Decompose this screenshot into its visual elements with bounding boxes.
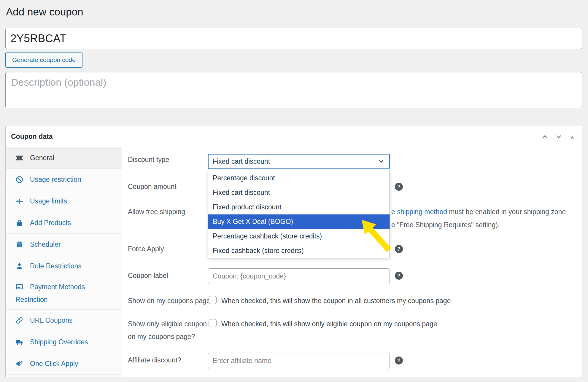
option-fixed-product-discount[interactable]: Fixed product discount xyxy=(208,200,390,214)
show-on-coupons-page-label: Show on my coupons page? xyxy=(128,297,214,305)
description-textarea[interactable] xyxy=(5,72,582,108)
show-on-coupons-page-description: When checked, this will show the coupon … xyxy=(221,297,451,305)
allow-free-shipping-label: Allow free shipping xyxy=(128,208,185,216)
free-shipping-helper-line1: e shipping method must be enabled in you… xyxy=(391,208,566,216)
ban-icon xyxy=(15,176,23,184)
generate-coupon-code-button[interactable]: Generate coupon code xyxy=(5,52,82,68)
show-only-eligible-label-line2: on my coupons page? xyxy=(128,333,195,340)
coupon-label-label: Coupon label xyxy=(128,272,168,279)
option-fixed-cashback[interactable]: Fixed cashback (store credits) xyxy=(208,243,390,258)
person-icon xyxy=(15,262,23,270)
link-icon xyxy=(15,316,23,324)
tab-role-restrictions[interactable]: Role Restrictions xyxy=(6,255,122,277)
show-only-eligible-checkbox[interactable] xyxy=(209,319,217,327)
affiliate-name-input[interactable] xyxy=(208,353,390,369)
coupon-data-title: Coupon data xyxy=(11,133,53,141)
tab-label: Scheduler xyxy=(30,241,61,249)
coupon-data-tabs: General Usage restriction Usage limits A… xyxy=(6,147,122,377)
tab-label: Usage limits xyxy=(30,197,67,205)
option-fixed-cart-discount[interactable]: Fixed cart discount xyxy=(208,185,390,200)
tab-scheduler[interactable]: Scheduler xyxy=(6,234,122,255)
coupon-amount-help-icon[interactable]: ? xyxy=(395,183,403,191)
tab-label: Payment Methods Restriction xyxy=(15,283,85,303)
page-title: Add new coupon xyxy=(6,6,83,18)
option-bogo-deal[interactable]: Buy X Get X Deal (BOGO) xyxy=(208,214,390,229)
show-on-coupons-page-checkbox[interactable] xyxy=(209,296,217,304)
force-apply-label: Force Apply xyxy=(128,245,164,253)
selected-discount-type: Fixed cart discount xyxy=(213,157,377,165)
coupon-data-header: Coupon data ▲ xyxy=(6,126,582,147)
discount-type-dropdown: Percentage discount Fixed cart discount … xyxy=(208,170,390,258)
credit-card-icon xyxy=(15,282,23,290)
option-percentage-cashback[interactable]: Percentage cashback (store credits) xyxy=(208,229,390,243)
tab-url-coupons[interactable]: URL Coupons xyxy=(6,310,122,331)
affiliate-help-icon[interactable]: ? xyxy=(395,356,403,365)
coupon-code-input[interactable] xyxy=(5,28,582,49)
chevron-down-icon xyxy=(377,157,385,166)
tab-payment-methods-restriction[interactable]: Payment Methods Restriction xyxy=(6,277,122,310)
coupon-data-panel: Coupon data ▲ General xyxy=(5,126,582,377)
coupon-amount-label: Coupon amount xyxy=(128,183,177,190)
calendar-icon xyxy=(15,241,23,249)
tab-add-products[interactable]: Add Products xyxy=(6,212,122,234)
tab-label: Add Products xyxy=(30,219,71,227)
shopping-bag-icon xyxy=(15,219,23,227)
tab-usage-limits[interactable]: Usage limits xyxy=(6,190,122,212)
discount-type-label: Discount type xyxy=(128,156,169,163)
megaphone-icon xyxy=(15,360,23,368)
coupon-label-help-icon[interactable]: ? xyxy=(395,272,403,280)
collapse-toggle-icon[interactable]: ▲ xyxy=(568,133,576,141)
ticket-icon xyxy=(15,154,23,162)
affiliate-discount-label: Affiliate discount? xyxy=(128,356,181,364)
shipping-method-link[interactable]: e shipping method xyxy=(391,208,447,216)
option-percentage-discount[interactable]: Percentage discount xyxy=(208,171,390,185)
free-shipping-helper-line2: e "Free Shipping Requires" setting). xyxy=(391,221,500,229)
move-down-icon[interactable] xyxy=(555,133,562,141)
tab-one-click-apply[interactable]: One Click Apply xyxy=(6,353,122,375)
tab-filler-row xyxy=(6,375,122,377)
tab-usage-restriction[interactable]: Usage restriction xyxy=(6,169,122,190)
compress-arrows-icon xyxy=(15,197,23,205)
show-only-eligible-description: When checked, this will show only eligib… xyxy=(221,320,437,328)
move-up-icon[interactable] xyxy=(541,133,549,141)
coupon-label-input[interactable] xyxy=(208,268,390,284)
truck-icon xyxy=(15,338,23,346)
tab-general[interactable]: General xyxy=(6,147,122,169)
tab-label: Role Restrictions xyxy=(30,262,82,270)
tab-label: URL Coupons xyxy=(30,316,73,324)
tab-label: General xyxy=(30,154,54,162)
tab-shipping-overrides[interactable]: Shipping Overrides xyxy=(6,331,122,353)
metabox-controls: ▲ xyxy=(541,126,576,147)
tab-label: One Click Apply xyxy=(30,360,78,368)
discount-type-select[interactable]: Fixed cart discount xyxy=(208,154,390,169)
show-only-eligible-label-line1: Show only eligible coupon xyxy=(128,320,207,328)
tab-label: Usage restriction xyxy=(30,176,81,184)
force-apply-help-icon[interactable]: ? xyxy=(395,245,403,253)
tab-label: Shipping Overrides xyxy=(30,338,88,346)
